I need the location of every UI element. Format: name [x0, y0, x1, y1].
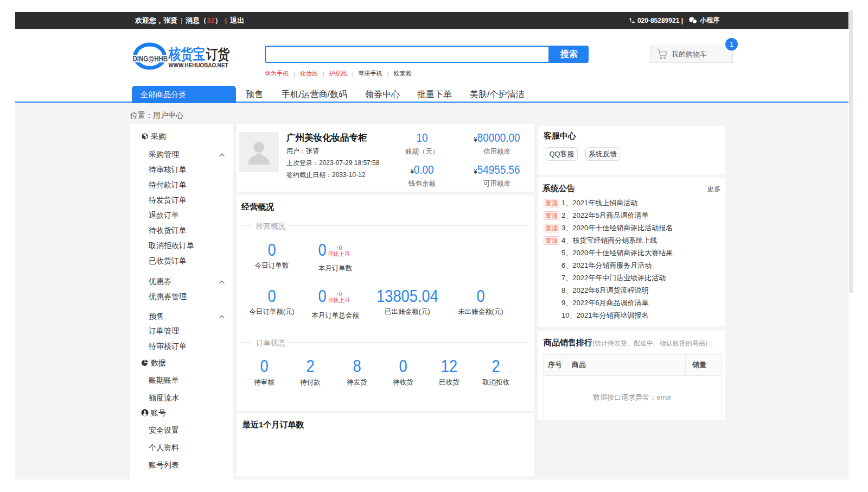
svg-text:核货宝: 核货宝	[168, 46, 206, 62]
svg-text:DING@HHB: DING@HHB	[133, 54, 168, 63]
svg-text:订货: 订货	[206, 46, 230, 62]
svg-text:WWW.HEHUOBAO.NET: WWW.HEHUOBAO.NET	[169, 62, 228, 68]
